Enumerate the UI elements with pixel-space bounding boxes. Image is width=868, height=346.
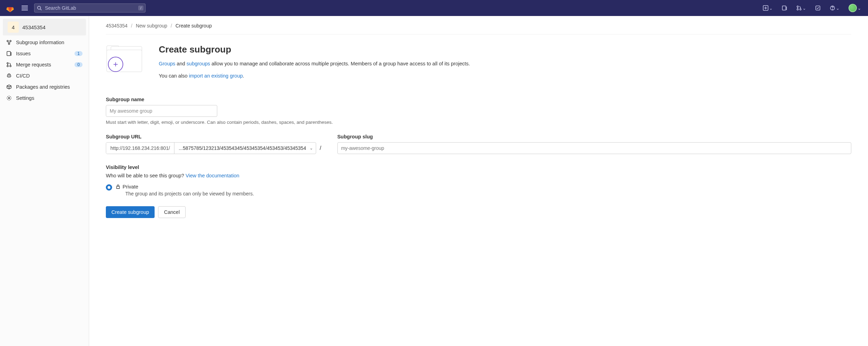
subgroup-name-help: Must start with letter, digit, emoji, or…	[106, 120, 851, 125]
issues-icon[interactable]	[780, 4, 789, 12]
top-nav: /	[0, 0, 868, 16]
issues-badge: 1	[75, 51, 83, 56]
chevron-down-icon	[803, 5, 806, 11]
create-menu[interactable]	[761, 3, 774, 13]
group-title: 45345354	[22, 24, 46, 30]
sidebar: 4 45345354 Subgroup information Issues 1…	[0, 16, 89, 346]
gitlab-logo[interactable]	[6, 3, 15, 13]
subgroup-slug-label: Subgroup slug	[337, 134, 851, 139]
package-icon	[6, 84, 12, 90]
svg-rect-19	[7, 51, 10, 56]
svg-point-23	[10, 65, 11, 67]
visibility-private-radio[interactable]	[106, 184, 112, 191]
svg-point-18	[8, 43, 10, 45]
svg-point-11	[797, 9, 798, 10]
chevron-down-icon	[836, 5, 839, 11]
url-prefix: http://192.168.234.216:801/	[106, 143, 174, 154]
breadcrumb-link[interactable]: New subgroup	[136, 23, 167, 29]
rocket-icon	[6, 73, 12, 79]
url-slash: /	[316, 142, 324, 154]
subgroup-url-label: Subgroup URL	[106, 134, 325, 139]
search-icon	[37, 6, 42, 10]
svg-point-25	[8, 97, 10, 99]
group-avatar: 4	[8, 22, 19, 33]
issues-icon	[6, 51, 12, 56]
svg-point-3	[38, 6, 41, 9]
sidebar-item-merge-requests[interactable]: Merge requests 0	[0, 59, 89, 70]
merge-requests-icon[interactable]	[795, 3, 807, 13]
lock-icon	[116, 184, 120, 189]
chevron-down-icon	[769, 5, 773, 11]
url-path-dropdown[interactable]: ...5875785/123213/45354345/45345354/4534…	[174, 143, 316, 154]
visibility-label: Visibility level	[106, 164, 851, 170]
svg-rect-2	[22, 10, 28, 10]
mr-badge: 0	[75, 62, 83, 67]
sidebar-item-settings[interactable]: Settings	[0, 92, 89, 104]
sidebar-item-label: Packages and registries	[16, 84, 70, 90]
sidebar-item-packages[interactable]: Packages and registries	[0, 81, 89, 92]
header-desc-1: Groups and subgroups allow you to manage…	[159, 60, 470, 68]
groups-link[interactable]: Groups	[159, 61, 175, 66]
sidebar-group-header[interactable]: 4 45345354	[3, 19, 86, 35]
svg-rect-26	[117, 187, 120, 189]
svg-point-22	[7, 65, 8, 67]
svg-rect-0	[22, 6, 28, 6]
hamburger-icon[interactable]	[19, 3, 30, 13]
merge-icon	[6, 62, 12, 67]
subgroup-name-label: Subgroup name	[106, 97, 851, 102]
svg-point-12	[800, 9, 801, 10]
svg-point-10	[797, 6, 798, 7]
info-icon	[6, 40, 12, 45]
svg-point-17	[10, 40, 11, 42]
todos-icon[interactable]	[814, 4, 822, 12]
user-menu[interactable]	[847, 2, 862, 14]
svg-point-24	[9, 75, 9, 75]
visibility-doc-link[interactable]: View the documentation	[186, 173, 240, 178]
visibility-desc: Who will be able to see this group? View…	[106, 173, 851, 178]
svg-point-15	[832, 9, 833, 10]
sidebar-item-label: CI/CD	[16, 73, 30, 79]
breadcrumb-link[interactable]: 45345354	[106, 23, 127, 29]
sidebar-item-subgroup-info[interactable]: Subgroup information	[0, 37, 89, 48]
sidebar-item-issues[interactable]: Issues 1	[0, 48, 89, 59]
help-icon[interactable]	[828, 3, 841, 13]
chevron-down-icon: ⌄	[310, 146, 313, 151]
search-wrapper: /	[34, 3, 146, 13]
svg-rect-1	[22, 8, 28, 8]
chevron-down-icon	[858, 5, 861, 11]
svg-point-21	[7, 63, 8, 64]
subgroup-name-input[interactable]	[106, 105, 217, 117]
avatar	[849, 4, 857, 12]
subgroups-link[interactable]: subgroups	[187, 61, 210, 66]
page-title: Create subgroup	[159, 44, 470, 55]
gear-icon	[6, 95, 12, 101]
sidebar-item-label: Settings	[16, 95, 34, 101]
topnav-right	[761, 2, 862, 14]
plus-icon: +	[108, 57, 123, 72]
sidebar-item-cicd[interactable]: CI/CD	[0, 70, 89, 81]
main-content: 45345354 / New subgroup / Create subgrou…	[89, 16, 868, 346]
sidebar-item-label: Issues	[16, 51, 31, 56]
svg-line-4	[40, 9, 42, 10]
search-input[interactable]	[34, 3, 146, 13]
search-shortcut-hint: /	[138, 6, 143, 10]
sidebar-item-label: Subgroup information	[16, 40, 64, 45]
folder-illustration: +	[106, 44, 148, 74]
cancel-button[interactable]: Cancel	[158, 206, 186, 218]
create-subgroup-button[interactable]: Create subgroup	[106, 206, 155, 218]
visibility-private-sub: The group and its projects can only be v…	[125, 191, 254, 196]
breadcrumb: 45345354 / New subgroup / Create subgrou…	[106, 23, 851, 34]
subgroup-slug-input[interactable]	[337, 142, 851, 154]
import-group-link[interactable]: import an existing group	[189, 73, 243, 79]
header-desc-2: You can also import an existing group.	[159, 72, 470, 80]
sidebar-item-label: Merge requests	[16, 62, 51, 67]
breadcrumb-current: Create subgroup	[175, 23, 212, 29]
visibility-private-label: Private	[116, 184, 254, 190]
svg-point-16	[7, 40, 8, 42]
svg-rect-8	[782, 6, 786, 10]
